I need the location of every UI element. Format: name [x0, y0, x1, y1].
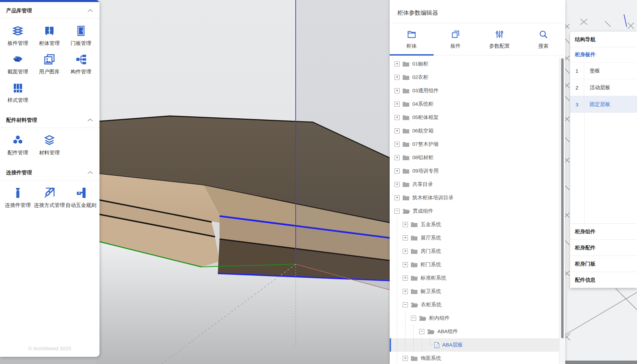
expand-toggle[interactable]: +: [394, 75, 400, 80]
sidebar-item[interactable]: 材料管理: [34, 132, 65, 156]
structure-nav-title: 结构导航: [570, 32, 637, 47]
sidebar-item[interactable]: 连接件管理: [2, 185, 34, 208]
panels-tab-icon: [451, 30, 460, 40]
tree-node[interactable]: +筑木柜体培训目录: [390, 191, 559, 204]
tree-node[interactable]: −ABA组件: [390, 325, 559, 338]
sidebar-item[interactable]: 板件管理: [2, 23, 34, 46]
screw-icon: [12, 185, 24, 199]
tree-node[interactable]: +04系统柜: [390, 97, 559, 111]
tree-node[interactable]: +03通用组件: [390, 84, 559, 97]
chain-link-icon: [43, 185, 56, 199]
cabinet-boards-group-link[interactable]: 柜身板件: [570, 47, 637, 62]
tree-node-label: 五金系统: [421, 221, 441, 228]
sidebar-item[interactable]: 截面管理: [2, 51, 34, 75]
tree-node[interactable]: +饰面系统: [390, 352, 559, 364]
tree-scrollbar-thumb[interactable]: [561, 58, 564, 338]
sidebar-item[interactable]: 连接方式管理: [34, 185, 65, 208]
expand-toggle[interactable]: +: [394, 142, 400, 147]
board-row[interactable]: 3固定层板: [570, 96, 637, 113]
expand-toggle[interactable]: +: [394, 115, 400, 120]
folder-closed-icon: [402, 61, 410, 67]
tree-node[interactable]: +展厅系统: [390, 231, 559, 245]
sidebar-item[interactable]: 用户图库: [34, 51, 65, 75]
tree-node[interactable]: −贯成组件: [390, 204, 559, 218]
expand-toggle[interactable]: +: [403, 275, 408, 281]
tree-node[interactable]: +柜门系统: [390, 258, 559, 271]
sidebar-item[interactable]: 配件管理: [2, 132, 34, 156]
board-row[interactable]: 2活动层板: [570, 79, 637, 96]
expand-toggle[interactable]: +: [394, 182, 400, 187]
sidebar-item[interactable]: 门板管理: [65, 23, 97, 46]
tree-node[interactable]: +05柜体框架: [390, 111, 559, 124]
tree-node-label: 房门系统: [421, 248, 441, 255]
expand-toggle[interactable]: +: [394, 88, 400, 93]
sidebar-section-header[interactable]: 连接件管理: [0, 164, 99, 180]
expand-toggle[interactable]: +: [394, 61, 400, 67]
tree-node-label: 柜门系统: [421, 261, 441, 268]
tree-node[interactable]: +橱卫系统: [390, 285, 559, 298]
collapse-toggle[interactable]: −: [394, 209, 400, 214]
tab-搜索[interactable]: 搜索: [521, 23, 565, 55]
tree-node-label: 衣柜系统: [421, 302, 441, 308]
board-row[interactable]: 1垫板: [570, 62, 637, 79]
tab-板件[interactable]: 板件: [434, 23, 477, 55]
tree-node[interactable]: −衣柜系统: [390, 298, 559, 312]
chevron-up-icon: [87, 170, 93, 176]
expand-toggle[interactable]: +: [394, 128, 400, 133]
tree-node[interactable]: +01橱柜: [390, 57, 559, 71]
sidebar-section-title: 产品库管理: [6, 8, 32, 14]
structure-section-配件信息[interactable]: 配件信息: [570, 272, 637, 288]
structure-section-柜身配件[interactable]: 柜身配件: [570, 239, 637, 256]
sidebar-item[interactable]: 构件管理: [65, 51, 97, 75]
expand-toggle[interactable]: +: [394, 155, 400, 160]
tab-参数配置[interactable]: 参数配置: [477, 23, 521, 55]
sidebar-section-header[interactable]: 配件材料管理: [0, 111, 99, 128]
tree-indent-guide: [394, 338, 403, 352]
expand-toggle[interactable]: +: [403, 249, 408, 254]
tree-node[interactable]: +06航空箱: [390, 124, 559, 138]
tab-柜体[interactable]: 柜体: [390, 23, 434, 55]
tree-node[interactable]: +07整木护墙: [390, 138, 559, 151]
tree-node-label: 02衣柜: [412, 74, 428, 81]
expand-toggle[interactable]: +: [403, 222, 408, 227]
expand-toggle[interactable]: +: [403, 356, 408, 361]
folder-closed-icon: [411, 356, 418, 361]
collapse-toggle[interactable]: −: [419, 329, 424, 334]
folder-closed-icon: [402, 102, 410, 107]
sidebar-item[interactable]: 样式管理: [2, 80, 34, 103]
tree-node[interactable]: +08铝材柜: [390, 151, 559, 164]
expand-toggle[interactable]: +: [403, 262, 408, 267]
tree-node[interactable]: +02衣柜: [390, 71, 559, 84]
tree-node[interactable]: ABA层板: [390, 338, 559, 352]
expand-toggle[interactable]: +: [403, 289, 408, 294]
folder-open-icon: [427, 329, 435, 334]
tree-node[interactable]: +五金系统: [390, 218, 559, 231]
chevron-up-icon: [87, 117, 93, 124]
folder-closed-icon: [411, 235, 418, 241]
tree-node[interactable]: +共享目录: [390, 178, 559, 191]
expand-toggle[interactable]: +: [403, 235, 408, 240]
folder-closed-icon: [402, 75, 410, 80]
expand-toggle[interactable]: +: [394, 168, 400, 174]
tree-node[interactable]: +09培训专用: [390, 164, 559, 178]
sidebar-item-label: 构件管理: [66, 68, 96, 75]
expand-toggle[interactable]: +: [394, 195, 400, 200]
tree-node[interactable]: −柜内组件: [390, 312, 559, 325]
tree-node[interactable]: +标准柜系统: [390, 271, 559, 285]
sidebar-section-header[interactable]: 产品库管理: [0, 2, 99, 18]
collapse-toggle[interactable]: −: [403, 302, 408, 307]
tree-indent-guide: [394, 271, 403, 285]
tree-node-label: 04系统柜: [412, 101, 434, 107]
structure-section-柜身组件[interactable]: 柜身组件: [570, 223, 637, 239]
collapse-toggle[interactable]: −: [411, 316, 416, 321]
sidebar-item[interactable]: 柜体管理: [34, 23, 65, 46]
expand-toggle[interactable]: +: [394, 102, 400, 107]
sidebar-item[interactable]: 自动五金规则: [65, 185, 97, 208]
tree-node[interactable]: +房门系统: [390, 245, 559, 258]
editor-tabs: 柜体板件参数配置搜索: [390, 23, 565, 55]
style-books-icon: [12, 80, 24, 94]
sidebar-item-label: 柜体管理: [34, 40, 65, 46]
tree-scrollbar-track[interactable]: [559, 57, 565, 364]
structure-section-柜身门板[interactable]: 柜身门板: [570, 256, 637, 272]
sidebar-item-label: 板件管理: [2, 40, 33, 46]
